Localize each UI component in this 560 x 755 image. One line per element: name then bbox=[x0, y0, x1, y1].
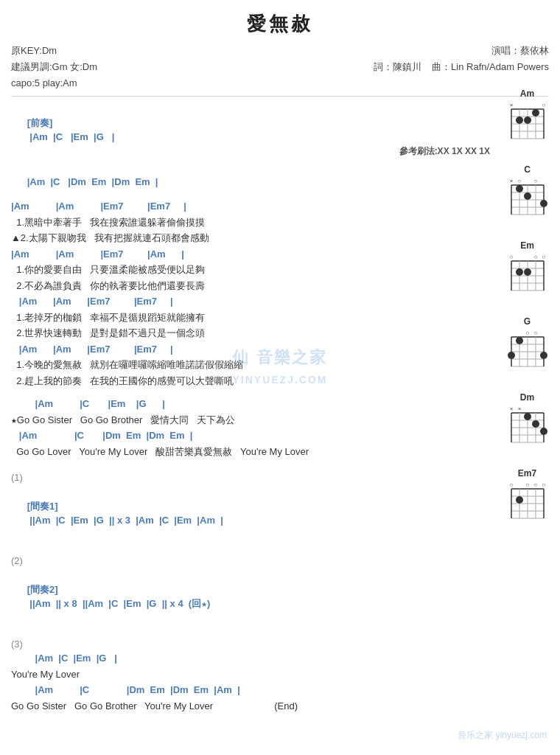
interlude2-label: [間奏2] bbox=[27, 584, 58, 595]
svg-text:○: ○ bbox=[542, 481, 545, 488]
svg-text:×: × bbox=[509, 406, 513, 412]
svg-text:○: ○ bbox=[533, 481, 537, 488]
original-key: 原KEY:Dm bbox=[11, 43, 97, 59]
chord-em-grid: ○ ○ ○ bbox=[505, 252, 550, 305]
chord-am-grid: × ○ bbox=[505, 100, 550, 153]
suggestion: 建議男調:Gm 女:Dm bbox=[11, 59, 97, 75]
interlude1-chords: ||Am |C |Em |G || x 3 |Am |C |Em |Am | bbox=[27, 515, 223, 526]
verse1-chords-4: |Am |Am |Em7 |Em7 | bbox=[11, 342, 490, 357]
svg-text:○: ○ bbox=[517, 178, 521, 184]
interlude2-chords: ||Am || x 8 ||Am |C |Em |G || x 4 (回★) bbox=[27, 598, 211, 609]
intro-chords-1: |Am |C |Em |G | bbox=[27, 131, 115, 142]
svg-text:○: ○ bbox=[509, 481, 513, 488]
chord-em7-grid: ○ ○ ○ ○ bbox=[505, 480, 550, 533]
chorus-lyrics-1: ★Go Go Sister Go Go Brother 愛情大同 天下為公 bbox=[11, 413, 490, 428]
intro-label: [前奏] bbox=[27, 117, 53, 128]
meta-left: 原KEY:Dm 建議男調:Gm 女:Dm capo:5 play:Am bbox=[11, 43, 97, 91]
verse1-lyrics-3b: 2.世界快速轉動 是對是錯不過只是一個念頭 bbox=[11, 326, 490, 341]
verse1-chords-2: |Am |Am |Em7 |Am | bbox=[11, 247, 490, 262]
verse1-lyrics-2a: 1.你的愛要自由 只要溫柔能被感受便以足夠 bbox=[11, 262, 490, 277]
svg-text:○: ○ bbox=[533, 330, 537, 336]
meta-right: 演唱：蔡依林 詞：陳鎮川 曲：Lin Rafn/Adam Powers bbox=[374, 43, 549, 91]
svg-point-71 bbox=[524, 413, 531, 420]
svg-point-72 bbox=[532, 420, 539, 428]
chord-c-grid: × ○ ○ bbox=[505, 176, 550, 229]
chord-dm: Dm × × bbox=[503, 392, 551, 459]
capo: capo:5 play:Am bbox=[11, 75, 97, 91]
chorus-chords-1: |Am |C |Em |G | bbox=[11, 397, 490, 411]
verse1-lyrics-1a: 1.黑暗中牽著手 我在搜索誰還躲著偷偷摸摸 bbox=[11, 215, 490, 230]
strum-pattern: 參考刷法:XX 1X XX 1X bbox=[399, 145, 490, 158]
section-1-label: (1) bbox=[11, 472, 490, 483]
svg-text:×: × bbox=[509, 178, 513, 184]
page-container: 愛無赦 原KEY:Dm 建議男調:Gm 女:Dm capo:5 play:Am … bbox=[0, 0, 560, 755]
verse1-lyrics-3a: 1.老掉牙的枷鎖 幸福不是循規蹈矩就能擁有 bbox=[11, 310, 490, 325]
svg-point-73 bbox=[540, 428, 547, 435]
chorus-lyrics-2: Go Go Lover You're My Lover 酸甜苦樂真愛無赦 You… bbox=[11, 445, 490, 459]
svg-point-11 bbox=[516, 116, 523, 124]
svg-text:○: ○ bbox=[509, 254, 513, 260]
svg-point-86 bbox=[516, 496, 523, 504]
chord-em7: Em7 ○ ○ ○ ○ bbox=[503, 468, 551, 535]
svg-text:○: ○ bbox=[533, 178, 537, 184]
svg-point-57 bbox=[516, 337, 523, 344]
svg-text:○: ○ bbox=[542, 102, 545, 108]
composer: 曲：Lin Rafn/Adam Powers bbox=[432, 61, 549, 72]
svg-text:○: ○ bbox=[542, 254, 545, 260]
section-2-label: (2) bbox=[11, 555, 490, 566]
svg-point-42 bbox=[524, 268, 531, 276]
chord-am: Am × ○ bbox=[503, 88, 551, 156]
verse1-lyrics-1b: ▲2.太陽下親吻我 我有把握就連石頭都會感動 bbox=[11, 231, 490, 246]
verse1-chords-1: |Am |Am |Em7 |Em7 | bbox=[11, 199, 490, 214]
svg-point-27 bbox=[540, 200, 547, 207]
content-area: [前奏] |Am |C |Em |G | 參考刷法:XX 1X XX 1X |A… bbox=[11, 101, 490, 713]
divider-1 bbox=[11, 96, 549, 97]
chord-g: G ○ ○ bbox=[503, 316, 551, 383]
svg-point-56 bbox=[508, 352, 515, 359]
lyricist: 詞：陳鎮川 bbox=[374, 61, 421, 72]
interlude2-line: [間奏2] ||Am || x 8 ||Am |C |Em |G || x 4 … bbox=[11, 568, 490, 625]
svg-text:×: × bbox=[517, 406, 521, 412]
page-title: 愛無赦 bbox=[11, 11, 549, 37]
svg-text:○: ○ bbox=[525, 481, 529, 488]
verse1-chords-3: |Am |Am |Em7 |Em7 | bbox=[11, 294, 490, 309]
outro-chords-1: |Am |C |Em |G | bbox=[11, 651, 490, 666]
chord-diagrams: Am × ○ bbox=[503, 88, 551, 535]
footer: 音乐之家 yinyuezj.com bbox=[458, 729, 547, 742]
svg-point-26 bbox=[524, 192, 531, 200]
chord-em: Em ○ ○ ○ bbox=[503, 240, 551, 307]
chord-c: C × ○ ○ bbox=[503, 164, 551, 232]
verse1-lyrics-4b: 2.趕上我的節奏 在我的王國你的感覺可以大聲嘶吼 bbox=[11, 374, 490, 389]
chord-dm-grid: × × bbox=[505, 404, 550, 457]
svg-text:×: × bbox=[509, 102, 513, 108]
outro-lyrics-1: You're My Lover bbox=[11, 667, 490, 682]
lyricist-composer: 詞：陳鎮川 曲：Lin Rafn/Adam Powers bbox=[374, 59, 549, 75]
svg-point-10 bbox=[524, 116, 531, 124]
chorus-chords-2: |Am |C |Dm Em |Dm Em | bbox=[11, 428, 490, 443]
svg-text:○: ○ bbox=[525, 330, 529, 336]
performer: 演唱：蔡依林 bbox=[374, 43, 549, 59]
intro-line-1: [前奏] |Am |C |Em |G | 參考刷法:XX 1X XX 1X bbox=[11, 101, 490, 173]
chord-g-grid: ○ ○ bbox=[505, 328, 550, 381]
section-3-label: (3) bbox=[11, 639, 490, 650]
meta-section: 原KEY:Dm 建議男調:Gm 女:Dm capo:5 play:Am 演唱：蔡… bbox=[11, 43, 549, 91]
outro-chords-2: |Am |C |Dm Em |Dm Em |Am | bbox=[11, 683, 490, 697]
verse1-lyrics-2b: 2.不必為誰負責 你的執著要比他們還要長壽 bbox=[11, 279, 490, 293]
verse1-lyrics-4a: 1.今晚的愛無赦 就別在囉哩囉嗦縮唯唯諾諾假假縮縮 bbox=[11, 358, 490, 372]
intro-line-2: |Am |C |Dm Em |Dm Em | bbox=[11, 175, 490, 189]
outro-lyrics-2: Go Go Sister Go Go Brother You're My Lov… bbox=[11, 699, 490, 714]
svg-point-41 bbox=[516, 268, 523, 276]
svg-text:○: ○ bbox=[533, 254, 537, 260]
interlude1-line: [間奏1] ||Am |C |Em |G || x 3 |Am |C |Em |… bbox=[11, 484, 490, 542]
svg-point-12 bbox=[532, 109, 539, 116]
svg-point-25 bbox=[516, 185, 523, 192]
svg-point-58 bbox=[540, 352, 547, 359]
interlude1-label: [間奏1] bbox=[27, 501, 58, 512]
